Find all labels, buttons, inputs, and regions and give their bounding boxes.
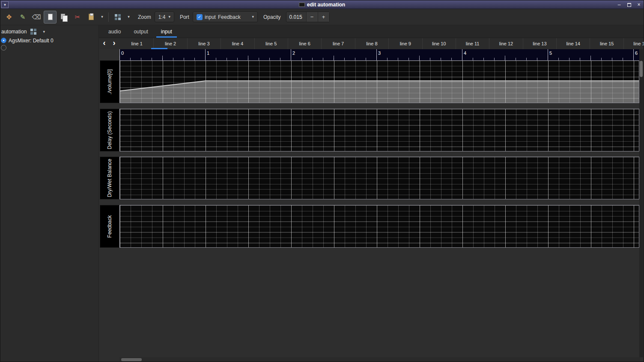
tab-line-11[interactable]: line 11 xyxy=(456,38,489,49)
lane-volume: ./volume[0] xyxy=(100,60,639,103)
opacity-value[interactable]: 0.015 xyxy=(286,12,306,22)
machine-option-empty[interactable] xyxy=(0,44,98,51)
ruler-number-0: 0 xyxy=(121,50,124,56)
paste-menu-button[interactable]: ▾ xyxy=(98,11,106,24)
tab-line-1[interactable]: line 1 xyxy=(120,38,154,49)
toolbar: ✥ ✎ ⌫ ✂ ▾ ▾ xyxy=(0,9,644,25)
window-controls: – × xyxy=(616,0,642,9)
lane-label-text: ./volume[0] xyxy=(107,69,113,95)
tab-line-5[interactable]: line 5 xyxy=(255,38,288,49)
lane-label-text: Dry/Wet Balance xyxy=(107,159,113,197)
tab-line-4[interactable]: line 4 xyxy=(221,38,254,49)
zoom-select[interactable]: 1:4 ▾ xyxy=(155,12,174,22)
maximize-button[interactable] xyxy=(626,1,632,8)
volume-automation-fill xyxy=(120,81,639,103)
machine-label: AgsMixer: Default 0 xyxy=(9,38,54,44)
timeline-ruler: 0 1 2 3 4 5 6 xyxy=(119,49,641,60)
line-tab-label: line 8 xyxy=(366,41,377,46)
tool-grid-icon xyxy=(115,14,121,20)
ruler-number-1: 1 xyxy=(207,50,209,56)
opacity-decrement-button[interactable]: − xyxy=(306,12,318,22)
line-tab-label: line 5 xyxy=(265,41,277,46)
automation-edit-area-feedback[interactable] xyxy=(119,205,639,248)
line-tab-label: line 11 xyxy=(466,41,480,46)
automation-edit-area-delay[interactable] xyxy=(119,109,639,151)
position-tool-button[interactable]: ✥ xyxy=(3,11,15,24)
line-tab-nav: ‹ › xyxy=(99,38,120,49)
scissors-icon: ✂ xyxy=(75,14,80,20)
tab-line-6[interactable]: line 6 xyxy=(288,38,322,49)
automation-sidebar: automation ▾ AgsMixer: Default 0 xyxy=(0,25,99,362)
horizontal-scrollbar-thumb[interactable] xyxy=(121,358,142,361)
opacity-increment-button[interactable]: + xyxy=(318,12,329,22)
clear-tool-button[interactable]: ⌫ xyxy=(30,11,43,24)
line-tabs: line 1 line 2 line 3 line 4 line 5 line … xyxy=(120,38,644,49)
clipboard-icon xyxy=(89,14,94,20)
window-title: edit automation xyxy=(307,2,345,8)
select-tool-button[interactable] xyxy=(44,11,57,24)
scroll-left-button[interactable]: ‹ xyxy=(99,39,109,49)
tool-popup-arrow-button[interactable]: ▾ xyxy=(125,11,132,24)
zoom-label: Zoom xyxy=(138,14,151,20)
tab-line-9[interactable]: line 9 xyxy=(389,38,422,49)
tab-line-10[interactable]: line 10 xyxy=(423,38,456,49)
lane-label-text: Delay (Seconds) xyxy=(107,111,113,149)
titlebar: ▾ edit automation – × xyxy=(0,0,644,9)
vertical-scrollbar[interactable] xyxy=(639,49,643,357)
tab-output[interactable]: output xyxy=(127,25,154,38)
maximize-icon xyxy=(627,3,631,7)
line-tab-label: line 14 xyxy=(566,41,580,46)
automation-edit-area-drywet[interactable] xyxy=(119,157,639,199)
chevron-down-icon: ▾ xyxy=(43,30,45,34)
tab-line-14[interactable]: line 14 xyxy=(557,38,590,49)
lane-delay: Delay (Seconds) xyxy=(100,109,639,151)
lane-label-delay: Delay (Seconds) xyxy=(100,109,119,151)
paste-button[interactable] xyxy=(85,11,98,24)
ruler-number-3: 3 xyxy=(378,50,381,56)
horizontal-scrollbar[interactable] xyxy=(119,357,640,362)
tab-audio[interactable]: audio xyxy=(102,25,127,38)
tab-line-16[interactable]: line 16 xyxy=(624,38,644,49)
position-cursor-icon: ✥ xyxy=(6,14,12,20)
minimize-button[interactable]: – xyxy=(616,1,623,8)
tab-label: audio xyxy=(108,29,121,35)
copy-button[interactable] xyxy=(57,11,70,24)
chevron-down-icon: ▾ xyxy=(252,15,254,19)
edit-automation-window: ▾ edit automation – × ✥ ✎ ⌫ xyxy=(0,0,644,362)
ruler-number-6: 6 xyxy=(635,50,638,56)
tab-line-3[interactable]: line 3 xyxy=(188,38,221,49)
opacity-spinbox: 0.015 − + xyxy=(286,12,330,22)
copy-icon xyxy=(61,14,65,19)
line-tab-label: line 4 xyxy=(232,41,243,46)
tab-line-13[interactable]: line 13 xyxy=(523,38,557,49)
automation-edit-area-volume[interactable] xyxy=(119,60,639,103)
ruler-number-4: 4 xyxy=(464,50,466,56)
port-name-value: Feedback xyxy=(218,14,241,20)
tab-input[interactable]: input xyxy=(155,25,179,38)
line-tab-label: line 2 xyxy=(165,41,176,46)
eraser-icon: ⌫ xyxy=(32,14,41,20)
machine-option-agsmixer[interactable]: AgsMixer: Default 0 xyxy=(0,37,98,44)
close-button[interactable]: × xyxy=(635,1,642,8)
tab-line-12[interactable]: line 12 xyxy=(489,38,523,49)
machines-menu-button[interactable]: ▾ xyxy=(43,30,45,34)
tab-label: output xyxy=(134,29,148,35)
tool-popup-button[interactable] xyxy=(111,11,124,24)
lane-label-text: Feedback xyxy=(107,215,113,238)
chevron-down-icon: ▾ xyxy=(128,15,130,19)
scroll-right-button[interactable]: › xyxy=(109,39,119,49)
ruler-number-5: 5 xyxy=(549,50,552,56)
checkbox-checked-icon: ✓ xyxy=(197,14,203,20)
tab-line-7[interactable]: line 7 xyxy=(322,38,355,49)
scope-tabs: audio output input xyxy=(99,25,644,38)
tab-line-8[interactable]: line 8 xyxy=(355,38,389,49)
cut-button[interactable]: ✂ xyxy=(71,11,84,24)
tab-line-15[interactable]: line 15 xyxy=(590,38,623,49)
window-title-area: edit automation xyxy=(0,0,644,9)
pencil-icon: ✎ xyxy=(20,14,26,20)
edit-tool-button[interactable]: ✎ xyxy=(16,11,29,24)
vertical-scrollbar-thumb[interactable] xyxy=(640,61,643,77)
chevron-down-icon: ▾ xyxy=(101,15,103,19)
port-select[interactable]: ✓ input Feedback ▾ xyxy=(193,12,258,22)
zoom-value: 1:4 xyxy=(158,14,166,20)
